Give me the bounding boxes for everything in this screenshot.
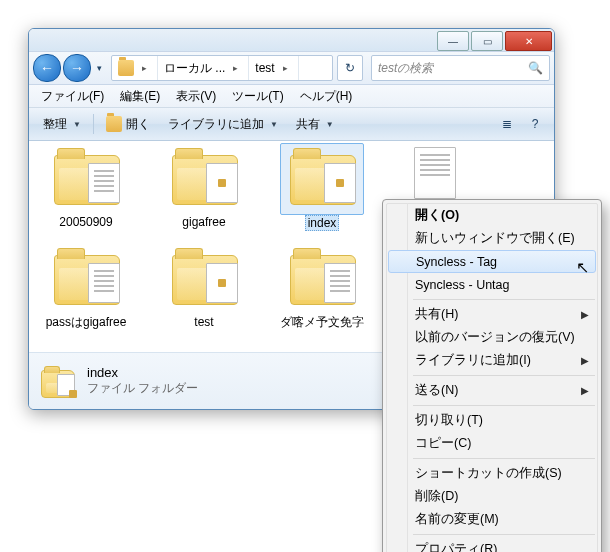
details-thumb xyxy=(39,362,77,400)
file-label: passはgigafree xyxy=(46,315,127,329)
open-button[interactable]: 開く xyxy=(98,112,158,136)
context-item[interactable]: Syncless - Tag xyxy=(388,250,596,273)
file-item[interactable]: ダ喀メ予文免字 xyxy=(275,249,369,329)
file-item[interactable]: passはgigafree xyxy=(39,249,133,329)
context-item[interactable]: 以前のバージョンの復元(V) xyxy=(387,326,597,349)
search-icon: 🔍 xyxy=(528,61,543,75)
context-item-label: ショートカットの作成(S) xyxy=(415,465,562,482)
context-item-label: 以前のバージョンの復元(V) xyxy=(415,329,575,346)
context-item[interactable]: プロパティ(R) xyxy=(387,538,597,552)
menu-bar: ファイル(F) 編集(E) 表示(V) ツール(T) ヘルプ(H) xyxy=(29,85,554,108)
context-item-label: ライブラリに追加(I) xyxy=(415,352,531,369)
add-to-library-button[interactable]: ライブラリに追加▼ xyxy=(160,112,286,136)
forward-button[interactable]: → xyxy=(63,54,91,82)
context-item-label: コピー(C) xyxy=(415,435,471,452)
folder-icon xyxy=(168,149,240,209)
details-name: index xyxy=(87,365,198,380)
folder-open-icon xyxy=(106,116,122,132)
refresh-button[interactable]: ↻ xyxy=(337,55,363,81)
context-item-label: 削除(D) xyxy=(415,488,458,505)
menu-file[interactable]: ファイル(F) xyxy=(35,86,110,107)
file-label: 20050909 xyxy=(59,215,112,229)
file-label: ダ喀メ予文免字 xyxy=(280,315,364,329)
context-item[interactable]: コピー(C) xyxy=(387,432,597,455)
context-item-label: 送る(N) xyxy=(415,382,458,399)
context-item-label: Syncless - Untag xyxy=(415,278,509,292)
context-item-label: 開く(O) xyxy=(415,207,459,224)
organize-button[interactable]: 整理▼ xyxy=(35,112,89,136)
context-separator xyxy=(413,458,595,459)
folder-icon xyxy=(168,249,240,309)
back-button[interactable]: ← xyxy=(33,54,61,82)
file-item[interactable]: gigafree xyxy=(157,149,251,231)
folder-icon xyxy=(50,149,122,209)
context-separator xyxy=(413,534,595,535)
breadcrumb[interactable]: ▸ ローカル ...▸ test▸ xyxy=(111,55,333,81)
context-item[interactable]: ショートカットの作成(S) xyxy=(387,462,597,485)
context-item[interactable]: 開く(O) xyxy=(387,204,597,227)
context-item-label: 切り取り(T) xyxy=(415,412,483,429)
command-bar: 整理▼ 開く ライブラリに追加▼ 共有▼ ≣ ? xyxy=(29,108,554,141)
menu-edit[interactable]: 編集(E) xyxy=(114,86,166,107)
context-separator xyxy=(413,375,595,376)
file-item[interactable]: index xyxy=(275,149,369,231)
context-item-label: 共有(H) xyxy=(415,306,458,323)
breadcrumb-seg[interactable]: ローカル ... xyxy=(164,60,225,77)
file-item[interactable]: test xyxy=(157,249,251,329)
help-button[interactable]: ? xyxy=(522,112,548,136)
context-item[interactable]: 削除(D) xyxy=(387,485,597,508)
context-item-label: プロパティ(R) xyxy=(415,541,497,552)
menu-help[interactable]: ヘルプ(H) xyxy=(294,86,359,107)
submenu-caret-icon: ▶ xyxy=(581,309,589,320)
context-item[interactable]: 共有(H)▶ xyxy=(387,303,597,326)
file-label: gigafree xyxy=(182,215,225,229)
maximize-button[interactable]: ▭ xyxy=(471,31,503,51)
context-separator xyxy=(413,299,595,300)
close-button[interactable]: ✕ xyxy=(505,31,552,51)
context-item[interactable]: ライブラリに追加(I)▶ xyxy=(387,349,597,372)
navigation-bar: ← → ▾ ▸ ローカル ...▸ test▸ ↻ testの検索 🔍 xyxy=(29,52,554,85)
context-item-label: 新しいウィンドウで開く(E) xyxy=(415,230,575,247)
submenu-caret-icon: ▶ xyxy=(581,355,589,366)
folder-icon xyxy=(286,149,358,209)
file-label: index xyxy=(305,215,340,231)
context-item-label: Syncless - Tag xyxy=(416,255,497,269)
menu-view[interactable]: 表示(V) xyxy=(170,86,222,107)
details-type: ファイル フォルダー xyxy=(87,380,198,397)
history-dropdown[interactable]: ▾ xyxy=(93,57,105,79)
search-input[interactable]: testの検索 🔍 xyxy=(371,55,550,81)
context-item[interactable]: 名前の変更(M) xyxy=(387,508,597,531)
search-placeholder: testの検索 xyxy=(378,60,433,77)
drive-icon xyxy=(118,60,134,76)
folder-icon xyxy=(286,249,358,309)
menu-tools[interactable]: ツール(T) xyxy=(226,86,289,107)
share-button[interactable]: 共有▼ xyxy=(288,112,342,136)
file-item[interactable]: 20050909 xyxy=(39,149,133,231)
breadcrumb-seg[interactable]: test xyxy=(255,61,274,75)
folder-icon xyxy=(50,249,122,309)
context-item[interactable]: 送る(N)▶ xyxy=(387,379,597,402)
context-item[interactable]: Syncless - Untag xyxy=(387,273,597,296)
context-item[interactable]: 切り取り(T) xyxy=(387,409,597,432)
context-separator xyxy=(413,405,595,406)
context-item[interactable]: 新しいウィンドウで開く(E) xyxy=(387,227,597,250)
titlebar: — ▭ ✕ xyxy=(29,29,554,52)
context-item-label: 名前の変更(M) xyxy=(415,511,499,528)
submenu-caret-icon: ▶ xyxy=(581,385,589,396)
file-label: test xyxy=(194,315,213,329)
views-button[interactable]: ≣ xyxy=(494,112,520,136)
context-menu: 開く(O)新しいウィンドウで開く(E)Syncless - TagSyncles… xyxy=(382,199,602,552)
minimize-button[interactable]: — xyxy=(437,31,469,51)
